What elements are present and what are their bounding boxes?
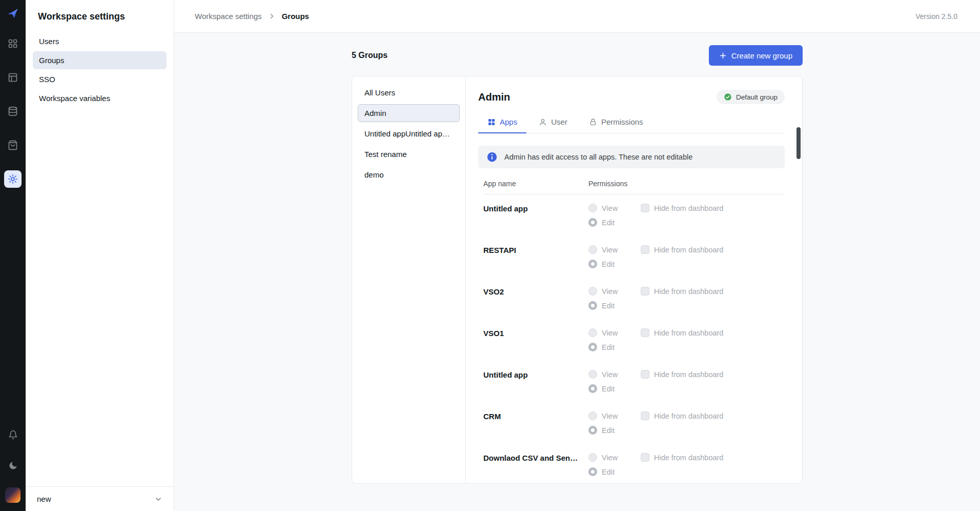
edit-radio[interactable] [588, 384, 597, 393]
info-banner: Admin has edit access to all apps. These… [478, 146, 785, 168]
edit-radio-label: Edit [602, 343, 615, 351]
hide-from-dashboard-checkbox[interactable] [641, 287, 649, 296]
hide-from-dashboard-label: Hide from dashboard [654, 204, 723, 212]
hide-from-dashboard-row: Hide from dashboard [641, 328, 723, 337]
apps-permissions-table: App name Permissions Untitled app [478, 168, 785, 484]
edit-radio-row: Edit [588, 426, 631, 435]
group-list-item[interactable]: Test rename [358, 145, 460, 163]
groups-count-label: 5 Groups [352, 51, 387, 60]
create-new-group-label: Create new group [731, 51, 792, 60]
hide-from-dashboard-checkbox[interactable] [641, 245, 649, 254]
group-list-item[interactable]: All Users [358, 84, 460, 102]
hide-from-dashboard-checkbox[interactable] [641, 453, 649, 462]
default-group-badge-label: Default group [736, 93, 778, 101]
tooljet-logo-icon[interactable] [7, 7, 19, 19]
app-permission-row: RESTAPI View [483, 236, 785, 278]
scrollbar-thumb[interactable] [797, 127, 801, 159]
tab-permissions[interactable]: Permissions [580, 112, 652, 133]
create-new-group-button[interactable]: Create new group [709, 45, 803, 66]
view-radio-row: View [588, 245, 631, 254]
app-permission-row: VSO1 View [483, 319, 785, 361]
view-radio[interactable] [588, 328, 597, 337]
view-radio-label: View [602, 329, 618, 337]
info-banner-text: Admin has edit access to all apps. These… [504, 153, 692, 161]
app-name: VSO2 [483, 287, 588, 296]
view-radio[interactable] [588, 411, 597, 420]
sidebar-item[interactable]: SSO [33, 70, 167, 88]
view-radio[interactable] [588, 287, 597, 296]
hide-from-dashboard-row: Hide from dashboard [641, 411, 723, 420]
view-radio-label: View [602, 204, 618, 212]
view-radio-row: View [588, 370, 631, 379]
notifications-bell-icon[interactable] [4, 426, 22, 443]
edit-radio-label: Edit [602, 468, 615, 476]
workspace-settings-icon[interactable] [4, 170, 22, 188]
app-name: RESTAPI [483, 245, 588, 254]
view-radio-row: View [588, 453, 631, 462]
data-sources-icon[interactable] [4, 103, 22, 120]
marketplace-icon[interactable] [4, 136, 22, 154]
hide-from-dashboard-row: Hide from dashboard [641, 370, 723, 379]
hide-from-dashboard-label: Hide from dashboard [654, 329, 723, 337]
app-name: Untitled app [483, 370, 588, 379]
tab-permissions-label: Permissions [601, 117, 643, 126]
hide-from-dashboard-checkbox[interactable] [641, 328, 649, 337]
edit-radio[interactable] [588, 426, 597, 435]
column-app-name: App name [483, 180, 588, 188]
topbar: Workspace settings Groups Version 2.5.0 [174, 0, 980, 33]
view-radio-row: View [588, 328, 631, 337]
hide-from-dashboard-row: Hide from dashboard [641, 245, 723, 254]
app-name: VSO1 [483, 328, 588, 338]
app-permission-row: Untitled app View [483, 194, 785, 236]
view-radio[interactable] [588, 204, 597, 212]
dark-mode-moon-icon[interactable] [4, 457, 22, 474]
view-radio[interactable] [588, 453, 597, 462]
tab-apps[interactable]: Apps [478, 112, 526, 133]
hide-from-dashboard-checkbox[interactable] [641, 204, 649, 212]
user-avatar[interactable] [5, 487, 21, 503]
view-radio[interactable] [588, 245, 597, 254]
app-icon-rail [0, 0, 26, 511]
sidebar-item[interactable]: Users [33, 32, 167, 50]
user-tab-icon [539, 118, 547, 126]
sidebar-item[interactable]: Groups [33, 51, 167, 69]
breadcrumb-root[interactable]: Workspace settings [195, 12, 262, 21]
apps-icon[interactable] [4, 35, 22, 52]
table-header: App name Permissions [483, 168, 785, 194]
edit-radio[interactable] [588, 301, 597, 310]
hide-from-dashboard-row: Hide from dashboard [641, 453, 723, 462]
edit-radio[interactable] [588, 467, 597, 476]
hide-from-dashboard-label: Hide from dashboard [654, 370, 723, 379]
view-radio-label: View [602, 246, 618, 254]
view-radio-label: View [602, 412, 618, 420]
group-list-item[interactable]: Untitled appUntitled appUntitle... [358, 125, 460, 143]
version-label: Version 2.5.0 [915, 12, 957, 21]
app-permission-row: Untitled app View [483, 361, 785, 402]
edit-radio[interactable] [588, 343, 597, 351]
edit-radio-row: Edit [588, 260, 631, 268]
group-list-item[interactable]: Admin [358, 104, 460, 122]
tab-user[interactable]: User [529, 112, 577, 133]
sidebar-item[interactable]: Workspace variables [33, 89, 167, 107]
view-radio[interactable] [588, 370, 597, 379]
edit-radio-row: Edit [588, 301, 631, 310]
view-radio-label: View [602, 370, 618, 379]
hide-from-dashboard-row: Hide from dashboard [641, 204, 723, 212]
edit-radio-label: Edit [602, 260, 615, 268]
edit-radio[interactable] [588, 260, 597, 268]
workspace-name: new [37, 495, 51, 503]
hide-from-dashboard-label: Hide from dashboard [654, 287, 723, 296]
lock-icon [589, 118, 597, 126]
sidebar-items: UsersGroupsSSOWorkspace variables [26, 30, 174, 109]
hide-from-dashboard-label: Hide from dashboard [654, 454, 723, 462]
breadcrumb-current: Groups [282, 12, 309, 21]
edit-radio[interactable] [588, 218, 597, 227]
tables-icon[interactable] [4, 69, 22, 86]
chevron-down-icon [154, 495, 162, 503]
hide-from-dashboard-checkbox[interactable] [641, 370, 649, 379]
card-scrollbar[interactable] [797, 78, 801, 481]
edit-radio-row: Edit [588, 218, 631, 227]
workspace-selector[interactable]: new [26, 486, 174, 511]
group-list-item[interactable]: demo [358, 166, 460, 184]
hide-from-dashboard-checkbox[interactable] [641, 411, 649, 420]
